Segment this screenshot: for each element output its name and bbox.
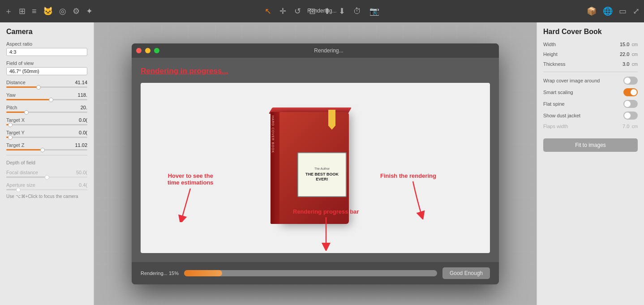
render-status: Rendering... 15% bbox=[141, 271, 179, 276]
sun-icon[interactable]: ✦ bbox=[86, 6, 93, 16]
wrap-cover-toggle[interactable] bbox=[623, 77, 638, 85]
toolbar: ＋ ⊞ ≡ 🐱 ◎ ⚙ ✦ ↖ ✛ ↺ ⊡ ⬆ ⬇ ⏱ 📷 Rendering.… bbox=[0, 0, 644, 22]
progress-bar-fill bbox=[184, 270, 222, 276]
yaw-slider-row: Yaw 118. bbox=[6, 92, 87, 98]
targetz-slider-row: Target Z 11.02 bbox=[6, 142, 87, 148]
targetx-slider[interactable] bbox=[6, 124, 87, 125]
main-layout: Camera Aspect ratio 4:3 Field of view 46… bbox=[0, 22, 644, 305]
focal-slider[interactable] bbox=[6, 176, 87, 178]
modal-overlay: Rendering... Rendering in progress... HA… bbox=[94, 22, 537, 305]
close-button[interactable] bbox=[136, 48, 142, 53]
book-author: The Author bbox=[314, 167, 330, 170]
flat-spine-toggle[interactable] bbox=[623, 100, 638, 108]
hover-annotation: Hover to see thetime estimations bbox=[167, 172, 214, 223]
thickness-row: Thickness 3.0 cm bbox=[543, 61, 638, 67]
dust-jacket-toggle[interactable] bbox=[623, 112, 638, 120]
rendering-header: Rendering in progress... bbox=[141, 67, 490, 76]
pitch-label: Pitch bbox=[6, 105, 69, 110]
height-unit: cm bbox=[632, 52, 638, 57]
good-enough-button[interactable]: Good Enough bbox=[442, 267, 490, 279]
cursor-icon[interactable]: ↖ bbox=[265, 6, 271, 16]
pitch-slider-row: Pitch 20. bbox=[6, 105, 87, 110]
fov-label: Field of view bbox=[6, 60, 87, 66]
list-icon[interactable]: ≡ bbox=[32, 7, 37, 16]
hover-arrow bbox=[177, 186, 204, 222]
download-icon[interactable]: ⬇ bbox=[339, 6, 345, 16]
aperture-slider[interactable] bbox=[6, 189, 87, 190]
wrap-cover-knob bbox=[624, 77, 631, 84]
focal-label: Focal distance bbox=[6, 170, 69, 175]
person-icon[interactable]: 🐱 bbox=[43, 6, 53, 16]
smart-scaling-toggle[interactable] bbox=[623, 88, 638, 96]
distance-slider[interactable] bbox=[6, 86, 87, 88]
width-unit: cm bbox=[632, 42, 638, 47]
dust-jacket-row: Show dust jacket bbox=[543, 112, 638, 120]
finish-annotation: Finish the rendering bbox=[380, 172, 436, 221]
width-label: Width bbox=[543, 42, 556, 47]
settings-icon[interactable]: ⚙ bbox=[73, 6, 80, 16]
target-icon[interactable]: ◎ bbox=[59, 6, 66, 16]
right-panel-title: Hard Cover Book bbox=[543, 28, 638, 36]
thickness-value: 3.0 bbox=[623, 61, 629, 67]
targetz-slider[interactable] bbox=[6, 149, 87, 150]
render-canvas: HARD COVER BOOK The Author THE BEST BOOK… bbox=[141, 83, 490, 253]
targety-slider-row: Target Y 0.0( bbox=[6, 130, 87, 135]
toolbar-title: Rendering... bbox=[307, 8, 336, 14]
footer-tip: Use ⌥⌘+Click to focus the camera bbox=[6, 194, 87, 199]
minimize-button[interactable] bbox=[145, 48, 150, 53]
wrap-cover-label: Wrap cover image around bbox=[543, 78, 600, 83]
wrap-cover-row: Wrap cover image around bbox=[543, 77, 638, 85]
clock-icon[interactable]: ⏱ bbox=[353, 7, 361, 16]
targetx-slider-row: Target X 0.0( bbox=[6, 117, 87, 123]
aspect-ratio-value[interactable]: 4:3 bbox=[6, 48, 87, 56]
targety-label: Target Y bbox=[6, 130, 69, 135]
targetz-value: 11.02 bbox=[69, 142, 87, 148]
flaps-width-value: 7.0 bbox=[623, 124, 629, 129]
toolbar-left: ＋ ⊞ ≡ 🐱 ◎ ⚙ ✦ bbox=[4, 6, 93, 17]
box3d-icon[interactable]: 📦 bbox=[587, 6, 597, 16]
fov-value[interactable]: 46.7° (50mm) bbox=[6, 67, 87, 75]
camera-icon[interactable]: 📷 bbox=[369, 6, 379, 16]
modal-window-title: Rendering... bbox=[163, 47, 494, 54]
aspect-ratio-label: Aspect ratio bbox=[6, 41, 87, 47]
smart-scaling-row: Smart scaling bbox=[543, 88, 638, 96]
flaps-width-row: Flaps width 7.0 cm bbox=[543, 123, 638, 129]
focal-value: 50.0( bbox=[69, 170, 87, 175]
yaw-slider[interactable] bbox=[6, 99, 87, 100]
add-icon[interactable]: ＋ bbox=[4, 6, 13, 17]
move-icon[interactable]: ✛ bbox=[279, 6, 286, 16]
aperture-slider-row: Aperture size 0.4( bbox=[6, 182, 87, 188]
center-area: Rendering... Rendering in progress... HA… bbox=[94, 22, 537, 305]
targetx-label: Target X bbox=[6, 117, 69, 123]
flat-spine-label: Flat spine bbox=[543, 101, 565, 107]
focal-slider-row: Focal distance 50.0( bbox=[6, 170, 87, 175]
modal-footer: Rendering... 15% Good Enough bbox=[132, 262, 499, 284]
modal-titlebar: Rendering... bbox=[132, 43, 499, 58]
camera-panel-title: Camera bbox=[6, 28, 87, 36]
panel-right-icon[interactable]: ▭ bbox=[619, 6, 627, 16]
book-illustration: HARD COVER BOOK The Author THE BEST BOOK… bbox=[270, 107, 360, 228]
targetx-value: 0.0( bbox=[69, 117, 87, 123]
pitch-slider[interactable] bbox=[6, 112, 87, 113]
targety-value: 0.0( bbox=[69, 130, 87, 135]
left-panel: Camera Aspect ratio 4:3 Field of view 46… bbox=[0, 22, 94, 305]
height-row: Height 22.0 cm bbox=[543, 51, 638, 57]
fit-to-images-button[interactable]: Fit to images bbox=[543, 138, 638, 152]
globe-icon[interactable]: 🌐 bbox=[603, 6, 613, 16]
book-spine: HARD COVER BOOK bbox=[270, 112, 280, 224]
grid-icon[interactable]: ⊞ bbox=[19, 6, 26, 16]
dust-jacket-label: Show dust jacket bbox=[543, 113, 580, 118]
yaw-label: Yaw bbox=[6, 92, 69, 98]
expand-icon[interactable]: ⤢ bbox=[633, 6, 640, 16]
flaps-width-label: Flaps width bbox=[543, 124, 568, 129]
book-main: The Author THE BEST BOOK EVER! bbox=[279, 112, 349, 224]
targety-slider[interactable] bbox=[6, 137, 87, 138]
maximize-button[interactable] bbox=[154, 48, 159, 53]
undo-icon[interactable]: ↺ bbox=[294, 6, 301, 16]
right-panel: Hard Cover Book Width 15.0 cm Height 22.… bbox=[537, 22, 644, 305]
targetz-label: Target Z bbox=[6, 142, 69, 148]
width-row: Width 15.0 cm bbox=[543, 41, 638, 47]
width-value: 15.0 bbox=[620, 42, 629, 47]
thickness-unit: cm bbox=[632, 62, 638, 67]
pitch-value: 20. bbox=[69, 105, 87, 110]
